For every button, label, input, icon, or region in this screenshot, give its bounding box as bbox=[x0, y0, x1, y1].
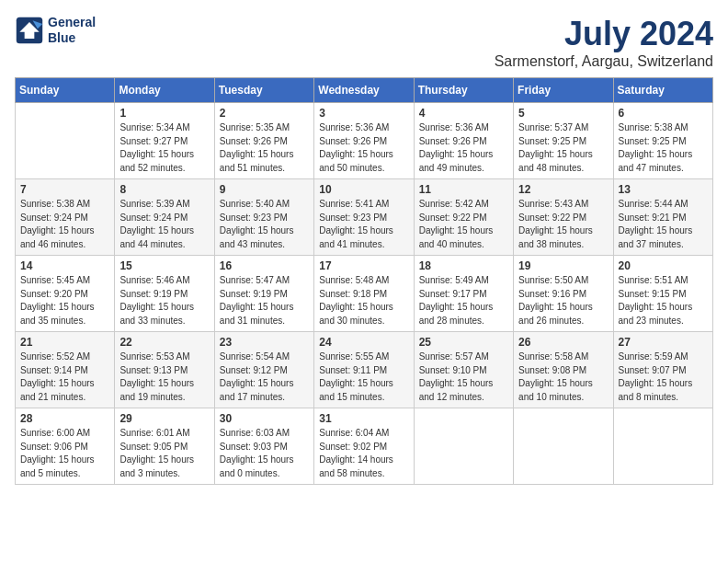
day-info: Sunrise: 5:42 AM Sunset: 9:22 PM Dayligh… bbox=[419, 198, 508, 251]
day-info: Sunrise: 5:39 AM Sunset: 9:24 PM Dayligh… bbox=[119, 198, 209, 251]
day-number: 13 bbox=[619, 183, 708, 196]
day-info: Sunrise: 5:34 AM Sunset: 9:27 PM Dayligh… bbox=[119, 121, 209, 175]
calendar-cell: 14Sunrise: 5:45 AM Sunset: 9:20 PM Dayli… bbox=[16, 256, 115, 332]
calendar-cell: 16Sunrise: 5:47 AM Sunset: 9:19 PM Dayli… bbox=[214, 256, 313, 332]
calendar-table: SundayMondayTuesdayWednesdayThursdayFrid… bbox=[15, 77, 713, 485]
day-number: 28 bbox=[20, 412, 109, 425]
day-number: 29 bbox=[119, 412, 209, 425]
day-number: 18 bbox=[419, 259, 508, 272]
day-number: 6 bbox=[619, 107, 708, 120]
day-number: 22 bbox=[119, 336, 209, 349]
day-number: 4 bbox=[419, 107, 508, 120]
day-info: Sunrise: 5:57 AM Sunset: 9:10 PM Dayligh… bbox=[419, 350, 508, 404]
day-info: Sunrise: 5:44 AM Sunset: 9:21 PM Dayligh… bbox=[619, 198, 708, 251]
day-number: 31 bbox=[319, 412, 408, 425]
weekday-header: Friday bbox=[514, 78, 613, 103]
calendar-cell: 23Sunrise: 5:54 AM Sunset: 9:12 PM Dayli… bbox=[214, 332, 313, 408]
day-info: Sunrise: 5:49 AM Sunset: 9:17 PM Dayligh… bbox=[419, 274, 508, 327]
day-info: Sunrise: 5:40 AM Sunset: 9:23 PM Dayligh… bbox=[220, 198, 309, 251]
day-number: 15 bbox=[119, 259, 209, 272]
weekday-header: Sunday bbox=[16, 78, 115, 103]
calendar-cell: 9Sunrise: 5:40 AM Sunset: 9:23 PM Daylig… bbox=[214, 179, 313, 256]
calendar-cell: 4Sunrise: 5:36 AM Sunset: 9:26 PM Daylig… bbox=[414, 103, 513, 179]
day-info: Sunrise: 5:54 AM Sunset: 9:12 PM Dayligh… bbox=[220, 350, 309, 404]
logo: General Blue bbox=[15, 15, 96, 46]
calendar-cell: 11Sunrise: 5:42 AM Sunset: 9:22 PM Dayli… bbox=[414, 179, 513, 256]
day-number: 24 bbox=[319, 336, 408, 349]
calendar-cell: 25Sunrise: 5:57 AM Sunset: 9:10 PM Dayli… bbox=[414, 332, 513, 408]
weekday-header: Tuesday bbox=[214, 78, 313, 103]
day-info: Sunrise: 5:52 AM Sunset: 9:14 PM Dayligh… bbox=[20, 350, 109, 404]
day-info: Sunrise: 5:36 AM Sunset: 9:26 PM Dayligh… bbox=[319, 121, 408, 175]
day-info: Sunrise: 5:36 AM Sunset: 9:26 PM Dayligh… bbox=[419, 121, 508, 175]
calendar-cell: 28Sunrise: 6:00 AM Sunset: 9:06 PM Dayli… bbox=[16, 408, 115, 485]
day-info: Sunrise: 5:38 AM Sunset: 9:24 PM Dayligh… bbox=[20, 198, 109, 251]
day-info: Sunrise: 5:53 AM Sunset: 9:13 PM Dayligh… bbox=[119, 350, 209, 404]
month-year-title: July 2024 bbox=[495, 15, 713, 53]
day-number: 17 bbox=[319, 259, 408, 272]
day-info: Sunrise: 5:50 AM Sunset: 9:16 PM Dayligh… bbox=[518, 274, 608, 327]
day-number: 19 bbox=[518, 259, 608, 272]
calendar-cell bbox=[613, 408, 712, 485]
calendar-week-row: 28Sunrise: 6:00 AM Sunset: 9:06 PM Dayli… bbox=[16, 408, 713, 485]
calendar-cell: 7Sunrise: 5:38 AM Sunset: 9:24 PM Daylig… bbox=[16, 179, 115, 256]
logo-text: General Blue bbox=[48, 15, 96, 46]
day-info: Sunrise: 5:51 AM Sunset: 9:15 PM Dayligh… bbox=[619, 274, 708, 327]
calendar-cell: 8Sunrise: 5:39 AM Sunset: 9:24 PM Daylig… bbox=[115, 179, 214, 256]
day-number: 26 bbox=[518, 336, 608, 349]
day-number: 7 bbox=[20, 183, 109, 196]
day-number: 8 bbox=[119, 183, 209, 196]
calendar-cell: 15Sunrise: 5:46 AM Sunset: 9:19 PM Dayli… bbox=[115, 256, 214, 332]
weekday-header: Thursday bbox=[414, 78, 513, 103]
day-info: Sunrise: 5:58 AM Sunset: 9:08 PM Dayligh… bbox=[518, 350, 608, 404]
weekday-header: Saturday bbox=[613, 78, 712, 103]
day-info: Sunrise: 5:43 AM Sunset: 9:22 PM Dayligh… bbox=[518, 198, 608, 251]
calendar-cell: 17Sunrise: 5:48 AM Sunset: 9:18 PM Dayli… bbox=[314, 256, 414, 332]
day-number: 9 bbox=[220, 183, 309, 196]
calendar-cell: 18Sunrise: 5:49 AM Sunset: 9:17 PM Dayli… bbox=[414, 256, 513, 332]
day-info: Sunrise: 5:41 AM Sunset: 9:23 PM Dayligh… bbox=[319, 198, 408, 251]
calendar-cell: 20Sunrise: 5:51 AM Sunset: 9:15 PM Dayli… bbox=[613, 256, 712, 332]
day-info: Sunrise: 5:38 AM Sunset: 9:25 PM Dayligh… bbox=[619, 121, 708, 175]
day-number: 23 bbox=[220, 336, 309, 349]
calendar-cell: 30Sunrise: 6:03 AM Sunset: 9:03 PM Dayli… bbox=[214, 408, 313, 485]
day-info: Sunrise: 6:00 AM Sunset: 9:06 PM Dayligh… bbox=[20, 427, 109, 480]
day-number: 12 bbox=[518, 183, 608, 196]
day-info: Sunrise: 6:04 AM Sunset: 9:02 PM Dayligh… bbox=[319, 427, 408, 480]
calendar-cell: 12Sunrise: 5:43 AM Sunset: 9:22 PM Dayli… bbox=[514, 179, 613, 256]
day-number: 16 bbox=[220, 259, 309, 272]
calendar-cell bbox=[514, 408, 613, 485]
day-number: 3 bbox=[319, 107, 408, 120]
day-number: 27 bbox=[619, 336, 708, 349]
weekday-header: Monday bbox=[115, 78, 214, 103]
day-number: 11 bbox=[419, 183, 508, 196]
day-number: 14 bbox=[20, 259, 109, 272]
calendar-cell: 29Sunrise: 6:01 AM Sunset: 9:05 PM Dayli… bbox=[115, 408, 214, 485]
calendar-cell: 27Sunrise: 5:59 AM Sunset: 9:07 PM Dayli… bbox=[613, 332, 712, 408]
day-info: Sunrise: 5:37 AM Sunset: 9:25 PM Dayligh… bbox=[518, 121, 608, 175]
calendar-week-row: 21Sunrise: 5:52 AM Sunset: 9:14 PM Dayli… bbox=[16, 332, 713, 408]
weekday-header-row: SundayMondayTuesdayWednesdayThursdayFrid… bbox=[16, 78, 713, 103]
day-info: Sunrise: 5:55 AM Sunset: 9:11 PM Dayligh… bbox=[319, 350, 408, 404]
day-number: 2 bbox=[220, 107, 309, 120]
day-info: Sunrise: 5:45 AM Sunset: 9:20 PM Dayligh… bbox=[20, 274, 109, 327]
day-info: Sunrise: 5:47 AM Sunset: 9:19 PM Dayligh… bbox=[220, 274, 309, 327]
day-info: Sunrise: 6:03 AM Sunset: 9:03 PM Dayligh… bbox=[220, 427, 309, 480]
calendar-cell: 13Sunrise: 5:44 AM Sunset: 9:21 PM Dayli… bbox=[613, 179, 712, 256]
calendar-cell: 19Sunrise: 5:50 AM Sunset: 9:16 PM Dayli… bbox=[514, 256, 613, 332]
day-info: Sunrise: 5:46 AM Sunset: 9:19 PM Dayligh… bbox=[119, 274, 209, 327]
day-number: 10 bbox=[319, 183, 408, 196]
calendar-cell bbox=[16, 103, 115, 179]
page-header: General Blue July 2024 Sarmenstorf, Aarg… bbox=[15, 15, 713, 70]
day-info: Sunrise: 5:59 AM Sunset: 9:07 PM Dayligh… bbox=[619, 350, 708, 404]
calendar-cell: 24Sunrise: 5:55 AM Sunset: 9:11 PM Dayli… bbox=[314, 332, 414, 408]
calendar-week-row: 14Sunrise: 5:45 AM Sunset: 9:20 PM Dayli… bbox=[16, 256, 713, 332]
logo-icon bbox=[15, 16, 44, 45]
calendar-cell: 5Sunrise: 5:37 AM Sunset: 9:25 PM Daylig… bbox=[514, 103, 613, 179]
calendar-cell: 6Sunrise: 5:38 AM Sunset: 9:25 PM Daylig… bbox=[613, 103, 712, 179]
weekday-header: Wednesday bbox=[314, 78, 414, 103]
day-number: 1 bbox=[119, 107, 209, 120]
day-info: Sunrise: 6:01 AM Sunset: 9:05 PM Dayligh… bbox=[119, 427, 209, 480]
calendar-cell: 21Sunrise: 5:52 AM Sunset: 9:14 PM Dayli… bbox=[16, 332, 115, 408]
calendar-cell: 10Sunrise: 5:41 AM Sunset: 9:23 PM Dayli… bbox=[314, 179, 414, 256]
